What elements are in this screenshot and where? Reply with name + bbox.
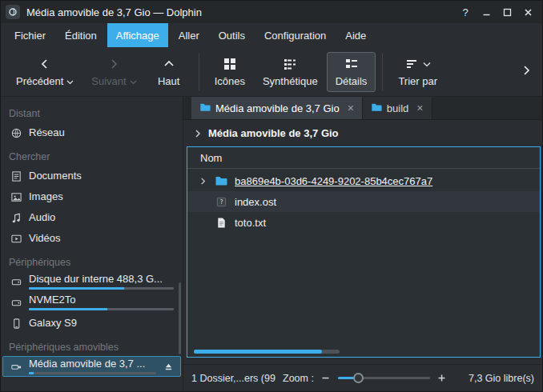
file-row-toto-txt[interactable]: toto.txt xyxy=(187,212,540,233)
place-label: Images xyxy=(29,191,174,202)
file-name[interactable]: ba869e4b-03d6-4249-9202-85b4cec767a7 xyxy=(232,175,432,187)
chevron-right-icon[interactable] xyxy=(193,129,203,138)
help-button[interactable]: ? xyxy=(456,3,475,21)
zoom-out-icon[interactable] xyxy=(320,373,332,384)
sidebar-item-disque-interne[interactable]: Disque dur interne 488,3 G... xyxy=(2,271,181,292)
sidebar-item-reseau[interactable]: Réseau xyxy=(2,122,181,143)
up-label: Haut xyxy=(158,75,179,87)
forward-button[interactable]: Suivant xyxy=(82,52,145,92)
free-space-label: 7,3 Gio libre(s) xyxy=(469,373,534,384)
sidebar-item-media-amovible[interactable]: Média amovible de 3,7 ... xyxy=(2,356,181,377)
content-column: Média amovible de 3,7 Gio × build × Médi… xyxy=(183,97,542,391)
zoom-slider-handle[interactable] xyxy=(353,373,364,383)
sort-label: Trier par xyxy=(398,75,437,87)
horizontal-scrollbar[interactable] xyxy=(194,350,340,354)
titlebar: Média amovible de 3,7 Gio — Dolphin ? xyxy=(1,1,542,23)
eject-icon[interactable] xyxy=(163,361,174,372)
caret-down-icon xyxy=(130,75,137,87)
tab-label: Média amovible de 3,7 Gio xyxy=(215,102,340,114)
tab-bar: Média amovible de 3,7 Gio × build × xyxy=(183,97,542,120)
sort-by-button[interactable]: Trier par xyxy=(389,52,446,92)
details-label: Détails xyxy=(336,75,368,87)
sidebar-item-videos[interactable]: Vidéos xyxy=(2,228,181,249)
menu-item-edition[interactable]: Édition xyxy=(56,23,106,47)
up-button[interactable]: Haut xyxy=(146,52,192,92)
tab-media-amovible[interactable]: Média amovible de 3,7 Gio × xyxy=(191,97,363,119)
status-bar: 1 Dossier,...ers (99 o) Zoom : 7,3 Gio l… xyxy=(183,364,542,391)
tab-close-icon[interactable]: × xyxy=(413,102,423,114)
details-view-button[interactable]: Détails xyxy=(327,52,376,92)
menu-item-fichier[interactable]: Fichier xyxy=(6,23,54,47)
compact-view-icon xyxy=(283,57,297,71)
disk-usage-bar xyxy=(29,287,174,290)
icons-view-icon xyxy=(223,57,237,71)
forward-label: Suivant xyxy=(91,75,126,87)
sidebar-item-documents[interactable]: Documents xyxy=(2,166,181,186)
section-header-peripheriques: Périphériques xyxy=(1,249,183,271)
text-file-icon xyxy=(213,217,229,229)
file-row-index-ost[interactable]: ? index.ost xyxy=(187,191,540,212)
window-controls: ? xyxy=(456,3,537,21)
folder-icon xyxy=(213,174,229,187)
icons-label: Icônes xyxy=(215,75,245,87)
menubar: Fichier Édition Affichage Aller Outils C… xyxy=(1,23,542,47)
audio-icon xyxy=(10,211,22,224)
file-name[interactable]: index.ost xyxy=(232,196,276,208)
minimize-button[interactable] xyxy=(477,3,496,21)
chevron-left-icon xyxy=(38,57,51,71)
place-label: Média amovible de 3,7 ... xyxy=(29,358,156,370)
folder-icon xyxy=(371,102,382,115)
place-label: Disque dur interne 488,3 G... xyxy=(29,274,174,285)
menu-item-aller[interactable]: Aller xyxy=(170,23,208,47)
zoom-slider[interactable] xyxy=(338,372,430,385)
column-header-label: Nom xyxy=(200,152,222,164)
sidebar-item-audio[interactable]: Audio xyxy=(2,207,181,228)
breadcrumb-location[interactable]: Média amovible de 3,7 Gio xyxy=(208,127,339,139)
disk-usage-bar xyxy=(29,308,174,310)
column-header-nom[interactable]: Nom xyxy=(187,147,540,169)
menu-item-affichage[interactable]: Affichage xyxy=(107,23,168,47)
section-header-chercher: Chercher xyxy=(1,143,183,166)
icons-view-button[interactable]: Icônes xyxy=(206,52,254,92)
expand-chevron-icon[interactable] xyxy=(195,177,210,186)
back-button[interactable]: Précédent xyxy=(7,52,82,92)
phone-icon xyxy=(10,317,22,330)
menu-item-configuration[interactable]: Configuration xyxy=(255,23,335,47)
status-summary: 1 Dossier,...ers (99 o) xyxy=(191,373,276,384)
image-icon xyxy=(10,190,22,203)
toolbar-overflow-button[interactable] xyxy=(517,64,536,79)
place-label: NVME2To xyxy=(29,294,174,306)
file-name[interactable]: toto.txt xyxy=(232,217,266,229)
compact-label: Synthétique xyxy=(263,75,318,87)
tab-close-icon[interactable]: × xyxy=(344,102,354,114)
window-title: Média amovible de 3,7 Gio — Dolphin xyxy=(26,6,449,18)
horizontal-scrollbar-thumb[interactable] xyxy=(194,350,322,354)
unknown-file-icon: ? xyxy=(213,196,229,208)
tab-build[interactable]: build × xyxy=(363,97,432,119)
disk-usage-bar xyxy=(29,372,156,374)
caret-down-icon xyxy=(423,58,431,70)
file-row-folder[interactable]: ba869e4b-03d6-4249-9202-85b4cec767a7 xyxy=(187,170,540,191)
compact-view-button[interactable]: Synthétique xyxy=(254,52,327,92)
menu-item-aide[interactable]: Aide xyxy=(336,23,375,47)
sidebar-item-galaxy-s9[interactable]: Galaxy S9 xyxy=(2,313,181,334)
maximize-button[interactable] xyxy=(497,3,517,21)
folder-icon xyxy=(199,102,211,115)
chevron-right-icon xyxy=(107,57,120,71)
sidebar-item-nvme2to[interactable]: NVME2To xyxy=(2,292,181,313)
network-icon xyxy=(10,126,22,139)
back-label: Précédent xyxy=(16,75,63,87)
zoom-in-icon[interactable] xyxy=(436,373,448,384)
zoom-slider-track[interactable] xyxy=(338,377,430,379)
breadcrumb[interactable]: Média amovible de 3,7 Gio xyxy=(183,120,542,146)
place-label: Réseau xyxy=(29,127,174,138)
harddisk-icon xyxy=(10,296,22,309)
sidebar-item-images[interactable]: Images xyxy=(2,186,181,207)
close-button[interactable] xyxy=(518,3,537,21)
sort-icon xyxy=(405,57,420,71)
caret-down-icon xyxy=(66,75,74,87)
usb-drive-icon xyxy=(10,360,22,373)
menu-item-outils[interactable]: Outils xyxy=(210,23,254,47)
sidebar-scrollbar[interactable] xyxy=(179,282,181,354)
place-label: Audio xyxy=(29,212,174,223)
